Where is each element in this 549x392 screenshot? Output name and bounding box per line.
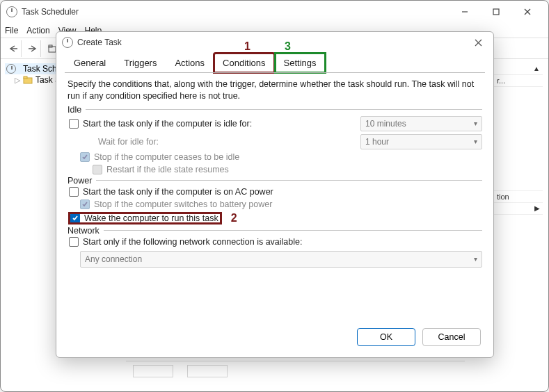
annotation-1: 1 [244, 40, 250, 53]
tab-settings[interactable]: Settings [275, 53, 326, 73]
checkbox-stop-battery [80, 199, 90, 209]
label-ac-power: Start the task only if the computer is o… [83, 187, 273, 197]
close-button[interactable] [511, 2, 543, 22]
forward-button[interactable] [24, 40, 41, 57]
chevron-down-icon: ▾ [474, 120, 477, 127]
main-titlebar: Task Scheduler [1, 1, 548, 23]
label-stop-battery: Stop if the computer switches to battery… [94, 199, 272, 209]
tab-general[interactable]: General [65, 53, 115, 73]
dialog-close-button[interactable] [468, 34, 488, 51]
minimize-button[interactable] [449, 2, 480, 22]
svg-rect-9 [24, 76, 27, 79]
window-title: Task Scheduler [22, 7, 79, 17]
actions-row[interactable]: tion [494, 191, 543, 203]
checkbox-idle-stop [80, 152, 90, 162]
ok-button[interactable]: OK [357, 328, 415, 346]
actions-row[interactable]: r... [494, 75, 543, 87]
group-idle: Idle [67, 105, 482, 115]
checkbox-network[interactable] [69, 237, 79, 247]
annotation-2: 2 [231, 212, 237, 224]
combo-network[interactable]: Any connection ▾ [80, 251, 482, 268]
status-pane [133, 365, 173, 377]
expand-icon[interactable]: ▷ [15, 76, 20, 85]
window-controls [449, 2, 543, 22]
label-idle-wait: Wait for idle for: [98, 137, 159, 147]
group-network: Network [67, 226, 482, 236]
clock-icon [6, 6, 17, 17]
menu-action[interactable]: Action [26, 26, 49, 35]
status-pane [187, 365, 228, 377]
group-power: Power [67, 176, 482, 186]
status-bar [126, 361, 465, 379]
combo-idle-duration[interactable]: 10 minutes ▾ [360, 116, 482, 131]
tab-triggers[interactable]: Triggers [115, 53, 166, 73]
chevron-right-icon: ▶ [534, 204, 540, 213]
cancel-button[interactable]: Cancel [422, 328, 481, 346]
combo-idle-wait[interactable]: 1 hour ▾ [360, 134, 482, 149]
tab-strip: General Triggers Actions Conditions Sett… [56, 53, 493, 73]
label-idle-stop: Stop if the computer ceases to be idle [94, 152, 239, 162]
dialog-titlebar: Create Task [56, 32, 493, 53]
create-task-dialog: Create Task General Triggers Actions Con… [56, 31, 494, 358]
dialog-button-row: OK Cancel [56, 318, 493, 357]
conditions-panel: Specify the conditions that, along with … [56, 73, 493, 318]
label-idle-start: Start the task only if the computer is i… [83, 119, 252, 129]
actions-row[interactable]: .▶ [494, 203, 543, 215]
tab-actions[interactable]: Actions [166, 53, 214, 73]
back-button[interactable] [5, 40, 22, 57]
clock-icon [62, 37, 73, 48]
svg-rect-1 [493, 9, 499, 15]
conditions-description: Specify the conditions that, along with … [67, 79, 482, 102]
label-idle-restart: Restart if the idle state resumes [106, 165, 229, 174]
actions-row[interactable]: .▲ [494, 63, 543, 75]
dialog-title: Create Task [77, 38, 122, 47]
checkbox-ac-power[interactable] [69, 187, 79, 197]
tab-conditions[interactable]: Conditions [214, 53, 274, 73]
actions-panel: .▲ r... tion .▶ [494, 63, 543, 215]
label-network: Start only if the following network conn… [83, 237, 302, 247]
clock-icon [6, 64, 16, 74]
annotation-3: 3 [285, 40, 291, 53]
checkbox-wake[interactable] [70, 213, 80, 223]
chevron-down-icon: ▾ [474, 138, 477, 145]
label-wake: Wake the computer to run this task [84, 213, 218, 223]
menu-file[interactable]: File [5, 26, 18, 35]
checkbox-idle-restart [93, 165, 102, 174]
chevron-down-icon: ▾ [474, 255, 477, 263]
checkbox-idle-start[interactable] [69, 119, 79, 129]
maximize-button[interactable] [480, 2, 511, 22]
folder-icon [23, 75, 33, 85]
chevron-up-icon: ▲ [533, 65, 540, 73]
